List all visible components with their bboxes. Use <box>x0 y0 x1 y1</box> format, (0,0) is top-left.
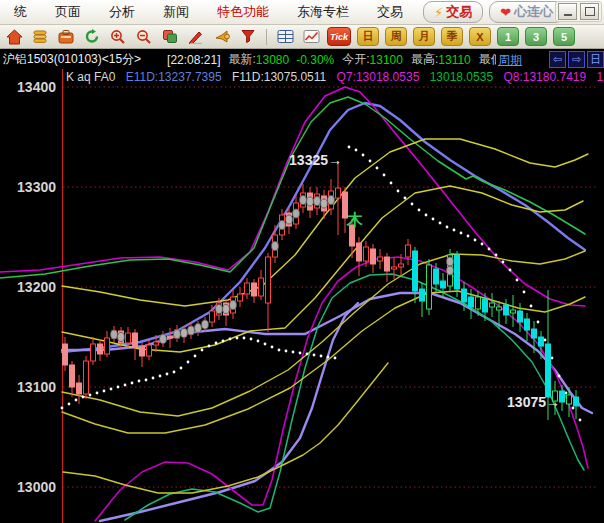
trading-terminal-window: { "menu": { "items": [ {"label": "统"}, {… <box>0 0 604 523</box>
sar-dot <box>180 367 183 370</box>
scroll-right-button[interactable]: ⇨ <box>568 51 585 68</box>
sar-dot <box>362 154 365 157</box>
candle-body <box>126 333 131 343</box>
sar-dot <box>152 377 155 380</box>
coins-icon[interactable] <box>30 28 50 46</box>
candle-body <box>399 264 404 267</box>
horn-icon[interactable] <box>212 28 232 46</box>
candle-body <box>483 299 488 312</box>
candle-body <box>84 361 89 394</box>
pencil-icon[interactable] <box>186 28 206 46</box>
magenta-slow-line <box>95 257 588 521</box>
menu-item-page[interactable]: 页面 <box>41 3 95 21</box>
sar-dot <box>397 190 400 193</box>
sar-dot <box>278 349 281 352</box>
sar-dot <box>117 386 120 389</box>
lightning-icon: ⚡ <box>434 5 443 20</box>
sar-dot <box>355 149 358 152</box>
candle-body <box>567 395 572 404</box>
instrument-label: 沪铝1503(010103)<15分> <box>3 51 141 68</box>
period-custom-button[interactable]: X <box>469 27 491 46</box>
indicator-f11d: F11D:13075.0511 <box>232 70 326 84</box>
sar-dot <box>446 226 449 229</box>
menu-item-system[interactable]: 统 <box>0 3 41 21</box>
indicator-e11d: E11D:13237.7395 <box>126 70 222 84</box>
candle-body <box>385 257 390 271</box>
chart-annotation: 木 <box>346 211 363 228</box>
menu-item-features[interactable]: 特色功能 <box>203 3 283 21</box>
minimize-button[interactable] <box>558 3 577 20</box>
home-icon[interactable] <box>4 28 24 46</box>
chart-annotation: 13325→ <box>289 152 342 168</box>
menu-item-news[interactable]: 新闻 <box>149 3 203 21</box>
sar-dot <box>439 222 442 225</box>
high-label: 最高: <box>411 51 438 68</box>
sar-dot <box>467 235 470 238</box>
candle-body <box>511 310 516 313</box>
zoom-in-icon[interactable] <box>108 28 128 46</box>
pattern-marker <box>300 196 307 205</box>
period-day-button[interactable]: 日 <box>357 27 379 46</box>
restore-button[interactable] <box>580 3 599 20</box>
chart-area[interactable]: K aq FA0 E11D:13237.7395 F11D:13075.0511… <box>0 69 604 523</box>
candle-body <box>504 305 509 315</box>
minute-1-button[interactable]: 1 <box>497 27 519 46</box>
y-axis-label: 13300 <box>17 179 56 195</box>
quote-time: [22:08:21] <box>167 53 220 67</box>
refresh-icon[interactable] <box>82 28 102 46</box>
briefcase-icon[interactable] <box>56 28 76 46</box>
sar-dot <box>159 375 162 378</box>
tick-button[interactable]: Tick <box>327 27 351 46</box>
period-quarter-button[interactable]: 季 <box>441 27 463 46</box>
candle-body <box>413 251 418 291</box>
pattern-marker <box>188 326 195 335</box>
candle-body <box>238 294 243 301</box>
sar-dot <box>369 160 372 163</box>
last-price: 13080 <box>256 53 289 67</box>
pattern-marker <box>111 330 118 339</box>
sar-dot <box>565 392 568 395</box>
sar-dot <box>138 380 141 383</box>
pattern-marker <box>202 320 209 329</box>
table-icon[interactable] <box>275 28 295 46</box>
menu-item-trade[interactable]: 交易 <box>363 3 417 21</box>
status-bar: 沪铝1503(010103)<15分> [22:08:21] 最新:13080 … <box>0 49 604 71</box>
pattern-marker <box>321 199 328 208</box>
trend-chart-icon[interactable] <box>301 28 321 46</box>
minute-3-button[interactable]: 3 <box>525 27 547 46</box>
period-link[interactable]: 周期 <box>496 52 524 69</box>
sar-dot <box>229 338 232 341</box>
candle-body <box>371 249 376 264</box>
pattern-marker <box>279 221 286 230</box>
heart-to-heart-button[interactable]: ❤ 心连心 <box>489 1 564 23</box>
sar-dot <box>306 353 309 356</box>
minute-5-button[interactable]: 5 <box>553 27 575 46</box>
sar-dot <box>313 354 316 357</box>
sar-dot <box>75 399 78 402</box>
sar-dot <box>236 337 239 340</box>
layers-icon[interactable] <box>160 28 180 46</box>
period-week-button[interactable]: 周 <box>385 27 407 46</box>
sar-dot <box>61 407 64 410</box>
sar-dot <box>131 382 134 385</box>
sar-dot <box>432 218 435 221</box>
pattern-marker <box>181 329 188 338</box>
candle-body <box>392 267 397 269</box>
candle-body <box>427 265 432 309</box>
sar-dot <box>488 248 491 251</box>
trade-button[interactable]: ⚡ 交易 <box>423 1 483 23</box>
day-view-button[interactable]: 日 <box>587 51 604 68</box>
change-percent: -0.30% <box>296 53 334 67</box>
pattern-marker <box>174 330 181 339</box>
funnel-icon[interactable] <box>238 28 258 46</box>
candle-body <box>364 247 369 261</box>
sar-dot <box>383 174 386 177</box>
period-month-button[interactable]: 月 <box>413 27 435 46</box>
menu-item-analysis[interactable]: 分析 <box>95 3 149 21</box>
zoom-out-icon[interactable] <box>134 28 154 46</box>
sar-dot <box>327 356 330 359</box>
scroll-left-button[interactable]: ⇦ <box>549 51 566 68</box>
menu-item-donghai-column[interactable]: 东海专栏 <box>283 3 363 21</box>
candlestick-chart[interactable]: 134001330013200131001300013325→13075→木 <box>0 69 604 523</box>
candle-body <box>378 257 383 261</box>
